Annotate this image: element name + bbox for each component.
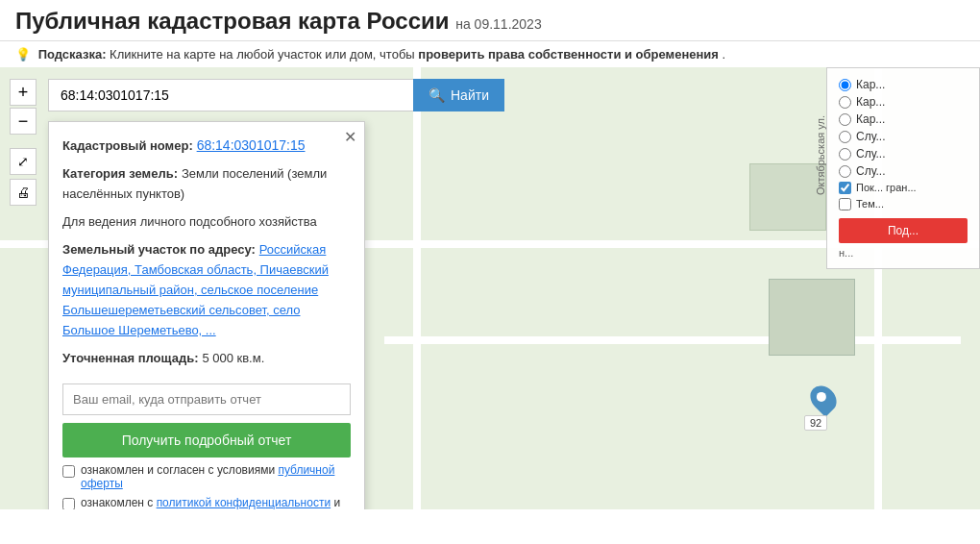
cadastral-row: Кадастровый номер: 68:14:0301017:15 — [62, 136, 351, 156]
purpose-row: Для ведения личного подсобного хозяйства — [62, 211, 351, 232]
privacy-link[interactable]: политикой конфиденциальности — [157, 496, 331, 509]
search-input[interactable] — [48, 79, 413, 111]
page-title: Публичная кадастровая карта России на 09… — [15, 8, 542, 34]
checkbox2-row: ознакомлен с политикой конфиденциальност… — [62, 496, 351, 509]
hint-bar: 💡 Подсказка: Кликните на карте на любой … — [0, 41, 980, 67]
area-label: Уточненная площадь: — [62, 351, 198, 365]
radio-label-4: Слу... — [856, 130, 885, 143]
purpose-value: Для ведения личного подсобного хозяйства — [62, 214, 317, 229]
radio-map4[interactable] — [839, 131, 851, 143]
checkbox1-text: ознакомлен и согласен с условиями публич… — [81, 463, 351, 490]
street-label: Октябрьская ул. — [815, 115, 826, 195]
panel-checkbox2-row: Тем... — [839, 198, 968, 210]
radio-row-5: Слу... — [839, 147, 968, 161]
zoom-out-button[interactable]: − — [10, 108, 37, 135]
radio-row-2: Кар... — [839, 95, 968, 109]
search-icon: 🔍 — [429, 87, 445, 103]
map-pin[interactable]: 92 — [812, 384, 835, 413]
right-panel: Кар... Кар... Кар... Слу... Слу... Слу..… — [826, 67, 980, 269]
zoom-in-button[interactable]: + — [10, 79, 37, 106]
expand-button[interactable]: ⤢ — [10, 148, 37, 175]
panel-checkbox1[interactable] — [839, 182, 851, 194]
category-label: Категория земель: — [62, 166, 178, 181]
radio-label-3: Кар... — [856, 112, 885, 126]
radio-label-6: Слу... — [856, 164, 885, 178]
report-button[interactable]: Получить подробный отчет — [62, 423, 351, 457]
radio-map6[interactable] — [839, 165, 851, 178]
cadastral-link[interactable]: 68:14:0301017:15 — [197, 137, 306, 153]
area-row: Уточненная площадь: 5 000 кв.м. — [62, 348, 351, 368]
radio-map1[interactable] — [839, 79, 851, 91]
address-row: Земельный участок по адресу: Российская … — [62, 239, 351, 340]
search-bar: 🔍 Найти — [48, 79, 504, 111]
search-button[interactable]: 🔍 Найти — [413, 79, 504, 111]
map-container: + − ⤢ 🖨 🔍 Найти ✕ Кадастровый номер: 68:… — [0, 67, 980, 509]
panel-checkbox1-row: Пок... гран... — [839, 182, 968, 194]
address-label: Земельный участок по адресу: — [62, 242, 256, 257]
info-popup: ✕ Кадастровый номер: 68:14:0301017:15 Ка… — [48, 121, 365, 509]
radio-row-1: Кар... — [839, 78, 968, 91]
radio-label-5: Слу... — [856, 147, 885, 161]
top-bar: Публичная кадастровая карта России на 09… — [0, 0, 980, 41]
area-value: 5 000 кв.м. — [202, 351, 264, 365]
radio-label-2: Кар... — [856, 95, 885, 109]
action-button[interactable]: Под... — [839, 218, 968, 243]
checkbox2-text: ознакомлен с политикой конфиденциальност… — [81, 496, 351, 509]
close-button[interactable]: ✕ — [344, 128, 356, 146]
bulb-icon: 💡 — [15, 47, 31, 62]
panel-checkbox2-label: Тем... — [856, 198, 884, 210]
page-title-date: на 09.11.2023 — [455, 16, 541, 32]
radio-map3[interactable] — [839, 113, 851, 126]
radio-map2[interactable] — [839, 96, 851, 109]
panel-checkbox2[interactable] — [839, 198, 851, 210]
panel-note: н... — [839, 247, 968, 259]
category-row: Категория земель: Земли поселений (земли… — [62, 163, 351, 204]
radio-row-4: Слу... — [839, 130, 968, 143]
radio-label-1: Кар... — [856, 78, 885, 91]
pin-label: 92 — [804, 415, 827, 431]
checkbox1-row: ознакомлен и согласен с условиями публич… — [62, 463, 351, 490]
radio-row-3: Кар... — [839, 112, 968, 126]
panel-checkbox1-label: Пок... гран... — [856, 182, 917, 193]
radio-map5[interactable] — [839, 148, 851, 161]
checkbox1[interactable] — [62, 465, 75, 478]
cadastral-label: Кадастровый номер: — [62, 138, 193, 153]
email-input[interactable] — [62, 383, 351, 415]
print-button[interactable]: 🖨 — [10, 179, 37, 206]
radio-row-6: Слу... — [839, 164, 968, 178]
checkbox2[interactable] — [62, 498, 75, 509]
